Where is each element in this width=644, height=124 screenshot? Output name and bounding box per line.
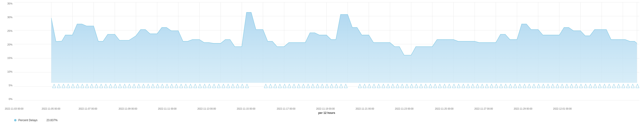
chart-svg (14, 2, 639, 100)
svg-marker-96 (386, 84, 390, 88)
svg-marker-35 (76, 84, 79, 88)
svg-marker-37 (86, 84, 89, 88)
svg-marker-132 (556, 84, 559, 88)
svg-marker-69 (236, 84, 239, 88)
y-label-10: 10% (7, 70, 12, 73)
y-label-35: 35% (7, 2, 12, 5)
svg-marker-73 (269, 84, 272, 88)
svg-marker-59 (189, 84, 192, 88)
x-label-1119: 2022-11-19 00:00 (316, 107, 335, 110)
svg-marker-36 (81, 84, 84, 88)
svg-marker-58 (184, 84, 188, 88)
svg-marker-54 (165, 84, 169, 88)
svg-marker-142 (603, 84, 606, 88)
y-label-15: 15% (7, 57, 12, 59)
svg-marker-72 (264, 84, 268, 88)
svg-marker-123 (514, 84, 517, 88)
svg-marker-45 (123, 84, 126, 88)
svg-marker-127 (532, 84, 536, 88)
svg-marker-44 (118, 84, 122, 88)
svg-marker-130 (546, 84, 550, 88)
svg-marker-61 (198, 84, 202, 88)
svg-marker-147 (626, 84, 630, 88)
svg-marker-49 (142, 84, 145, 88)
x-label-1107: 2022-11-07 00:00 (78, 107, 97, 110)
svg-marker-98 (396, 84, 399, 88)
svg-marker-99 (400, 84, 404, 88)
svg-marker-118 (490, 84, 493, 88)
svg-marker-140 (594, 84, 597, 88)
svg-marker-39 (95, 84, 98, 88)
x-label-1201: 2022-12-01 00:00 (553, 107, 572, 110)
svg-marker-107 (438, 84, 442, 88)
x-label-1111: 2022-11-11 00:00 (158, 107, 177, 110)
svg-marker-148 (631, 84, 634, 88)
svg-marker-111 (457, 84, 460, 88)
svg-marker-81 (306, 84, 310, 88)
svg-marker-139 (589, 84, 592, 88)
x-axis-title: per 12 hours (14, 111, 639, 114)
svg-marker-83 (316, 84, 319, 88)
svg-marker-76 (283, 84, 286, 88)
y-axis: 0% 5% 10% 15% 20% 25% 30% 35% (0, 2, 14, 100)
x-label-1117: 2022-11-17 00:00 (277, 107, 296, 110)
svg-marker-125 (523, 84, 526, 88)
svg-marker-43 (114, 84, 117, 88)
svg-marker-80 (302, 84, 305, 88)
svg-marker-53 (161, 84, 164, 88)
svg-marker-75 (278, 84, 282, 88)
x-label-1105: 2022-11-05 00:00 (42, 107, 60, 110)
svg-marker-86 (330, 84, 333, 88)
svg-marker-128 (537, 84, 540, 88)
svg-marker-50 (146, 84, 150, 88)
svg-marker-104 (424, 84, 427, 88)
svg-marker-115 (476, 84, 479, 88)
svg-marker-101 (410, 84, 413, 88)
svg-marker-41 (104, 84, 108, 88)
svg-marker-42 (109, 84, 112, 88)
svg-marker-145 (617, 84, 620, 88)
svg-marker-60 (194, 84, 197, 88)
svg-marker-63 (208, 84, 211, 88)
svg-marker-91 (363, 84, 366, 88)
x-label-1121: 2022-11-21 00:00 (356, 107, 374, 110)
y-label-20: 20% (7, 43, 12, 46)
svg-marker-143 (608, 84, 611, 88)
x-label-1123: 2022-11-23 00:00 (395, 107, 414, 110)
svg-marker-66 (222, 84, 225, 88)
svg-marker-138 (584, 84, 587, 88)
legend-area: Percent Delays 23.837% (0, 114, 644, 124)
svg-marker-129 (542, 84, 545, 88)
svg-marker-100 (405, 84, 408, 88)
svg-marker-94 (377, 84, 380, 88)
svg-marker-135 (570, 84, 573, 88)
svg-marker-119 (495, 84, 498, 88)
x-label-1129: 2022-11-29 00:00 (514, 107, 532, 110)
x-label-1127: 2022-11-27 00:00 (474, 107, 493, 110)
plot-area (14, 2, 639, 100)
svg-marker-32 (62, 84, 65, 88)
svg-marker-105 (429, 84, 432, 88)
legend-label: Percent Delays (18, 118, 38, 122)
svg-marker-57 (180, 84, 183, 88)
svg-marker-116 (480, 84, 484, 88)
svg-marker-108 (443, 84, 446, 88)
svg-marker-149 (636, 84, 639, 88)
svg-marker-133 (560, 84, 564, 88)
svg-marker-64 (212, 84, 216, 88)
svg-marker-122 (509, 84, 512, 88)
chart-area: 0% 5% 10% 15% 20% 25% 30% 35% (0, 0, 644, 114)
svg-marker-113 (466, 84, 470, 88)
svg-marker-121 (504, 84, 507, 88)
svg-marker-102 (415, 84, 418, 88)
svg-marker-79 (297, 84, 300, 88)
svg-marker-110 (452, 84, 456, 88)
svg-marker-82 (311, 84, 314, 88)
svg-marker-92 (368, 84, 371, 88)
svg-marker-89 (344, 84, 348, 88)
svg-marker-131 (551, 84, 554, 88)
svg-marker-62 (203, 84, 206, 88)
legend-value: 23.837% (46, 118, 58, 122)
svg-marker-88 (340, 84, 343, 88)
svg-marker-30 (52, 84, 56, 88)
